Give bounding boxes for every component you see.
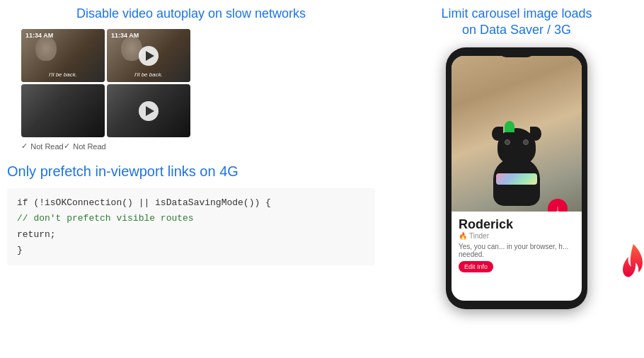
code-block: if (!isOKConnection() || isDataSavingMod… [7, 188, 375, 265]
profile-info: Roderick 🔥 Tinder Yes, you can... in you… [452, 212, 582, 277]
video-thumb-bottomright [107, 84, 190, 137]
video-column-left: 11:34 AM I'll be back. 11:34 AM I'll be … [21, 29, 106, 151]
profile-description: Yes, you can... in your browser, h... ne… [459, 243, 575, 258]
video-thumb-topright: 11:34 AM I'll be back. [107, 29, 190, 82]
video-thumb-bottomleft [21, 84, 105, 137]
dog-figure [485, 121, 548, 206]
video-thumb-topleft: 11:34 AM I'll be back. [21, 29, 105, 82]
tinder-logo [616, 243, 644, 288]
dog-eye-left [505, 139, 510, 145]
play-button-top[interactable] [139, 46, 159, 66]
carousel-title: Limit carousel image loadson Data Saver … [396, 6, 637, 39]
video-grid: 11:34 AM I'll be back. 11:34 AM I'll be … [21, 29, 375, 151]
edit-info-button[interactable]: Edit Info [459, 261, 493, 272]
play-button-bottom[interactable] [139, 101, 159, 121]
tinder-flame-svg [616, 243, 644, 285]
tinder-flame-icon: 🔥 [459, 232, 467, 240]
not-read-label-right: Not Read [64, 142, 106, 151]
tinder-source-label: Tinder [469, 232, 489, 240]
phone-container: ↓ Roderick 🔥 Tinder Yes, you can... in y… [396, 47, 637, 309]
prefetch-section: Only prefetch in-viewport links on 4G if… [7, 163, 375, 265]
prefetch-title: Only prefetch in-viewport links on 4G [7, 163, 375, 180]
dog-head [498, 128, 536, 165]
dog-eye-right [523, 139, 529, 145]
not-read-label-left: Not Read [21, 142, 64, 151]
phone-device: ↓ Roderick 🔥 Tinder Yes, you can... in y… [446, 47, 587, 309]
phone-notch [499, 47, 534, 57]
dog-photo: ↓ [452, 56, 582, 212]
code-line-1: if (!isOKConnection() || isDataSavingMod… [17, 195, 365, 211]
profile-name: Roderick [459, 217, 575, 232]
phone-screen: ↓ Roderick 🔥 Tinder Yes, you can... in y… [452, 56, 582, 301]
left-panel: Disable video autoplay on slow networks … [7, 0, 375, 265]
timestamp-left: 11:34 AM [25, 32, 53, 39]
caption-right: I'll be back. [107, 71, 190, 78]
caption-left: I'll be back. [21, 71, 105, 78]
right-panel: Limit carousel image loadson Data Saver … [396, 0, 637, 309]
code-line-3: return; [17, 227, 365, 243]
tinder-source: 🔥 Tinder [459, 232, 575, 240]
video-pair-left: 11:34 AM I'll be back. 11:34 AM I'll be … [21, 29, 106, 137]
dog-hat [505, 121, 514, 132]
code-line-2: // don't prefetch visible routes [17, 211, 365, 226]
dog-bandana [496, 173, 537, 185]
video-autoplay-title: Disable video autoplay on slow networks [7, 6, 375, 22]
code-line-4: } [17, 243, 365, 258]
timestamp-right: 11:34 AM [111, 32, 139, 39]
